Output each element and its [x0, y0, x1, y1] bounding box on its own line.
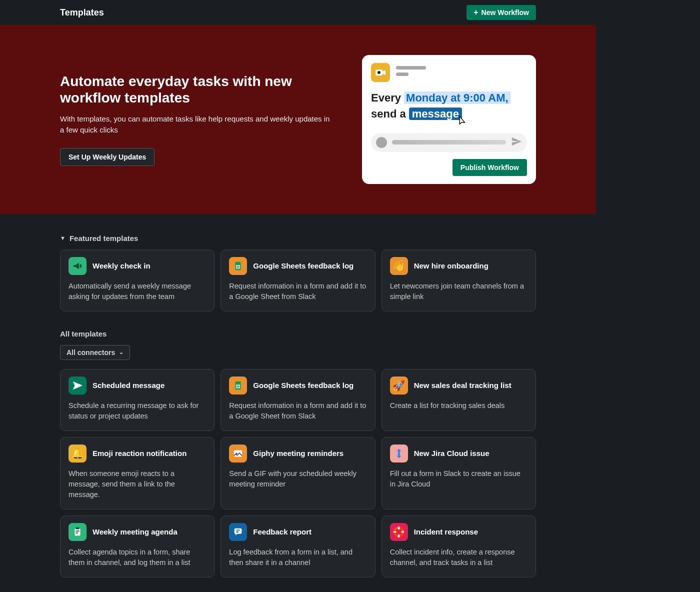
card-title: Scheduled message [92, 381, 164, 390]
template-card[interactable]: New Jira Cloud issueFill out a form in S… [382, 437, 536, 510]
card-title: Incident response [414, 528, 478, 536]
template-card[interactable]: Scheduled messageSchedule a recurring me… [60, 369, 214, 431]
hero-card-time: Monday at 9:00 AM, [404, 92, 510, 104]
card-title: Weekly check in [92, 262, 150, 270]
hero-card-send-a: send a [371, 108, 409, 120]
card-description: Create a list for tracking sales deals [390, 400, 528, 411]
camera-icon [371, 63, 390, 82]
chevron-down-icon: ⌄ [119, 349, 124, 356]
hero-card-every: Every [371, 92, 404, 104]
cursor-icon [456, 115, 467, 131]
paperplane-icon [68, 376, 86, 394]
hero-workflow-preview: Every Monday at 9:00 AM, send a message … [362, 55, 536, 184]
featured-heading: Featured templates [70, 234, 138, 242]
featured-template-card[interactable]: Weekly check inAutomatically send a week… [60, 250, 214, 312]
card-description: When someone emoji reacts to a message, … [68, 468, 206, 500]
card-description: Request information in a form and add it… [229, 281, 366, 302]
featured-template-card[interactable]: 👋New hire onboardingLet newcomers join t… [382, 250, 536, 312]
card-description: Collect agenda topics in a form, share t… [68, 547, 206, 568]
card-title: Weekly meeting agenda [92, 528, 178, 536]
featured-template-card[interactable]: Google Sheets feedback logRequest inform… [220, 250, 375, 312]
rocket-icon: 🚀 [390, 376, 408, 394]
gif-icon [229, 444, 247, 462]
send-icon [511, 136, 522, 149]
caret-down-icon: ▼ [60, 235, 66, 241]
hero-banner: Automate everyday tasks with new workflo… [0, 25, 596, 214]
speech-bubble-icon [376, 137, 387, 148]
svg-rect-10 [234, 528, 242, 534]
jira-icon [390, 444, 408, 462]
page-title: Templates [60, 8, 104, 18]
card-description: Fill out a form in Slack to create an is… [390, 468, 528, 490]
bell-icon: 🔔 [68, 444, 86, 462]
card-title: New sales deal tracking list [414, 381, 512, 390]
plus-icon: + [474, 8, 478, 16]
template-card[interactable]: 🔔Emoji reaction notificationWhen someone… [60, 437, 214, 510]
clipboard-icon [68, 523, 86, 541]
wave-icon: 👋 [390, 257, 408, 275]
card-title: Google Sheets feedback log [253, 262, 354, 270]
card-description: Let newcomers join team channels from a … [390, 281, 528, 302]
card-description: Send a GIF with your scheduled weekly me… [229, 468, 366, 490]
card-title: Google Sheets feedback log [253, 381, 354, 390]
setup-weekly-updates-button[interactable]: Set Up Weekly Updates [60, 148, 154, 166]
hero-card-message-pill: message [409, 108, 462, 120]
all-templates-heading: All templates [60, 330, 536, 338]
hero-heading: Automate everyday tasks with new workflo… [60, 73, 337, 106]
template-card[interactable]: Feedback reportLog feedback from a form … [220, 516, 375, 578]
svg-rect-9 [76, 528, 79, 530]
sheets-icon [229, 257, 247, 275]
hero-input-placeholder [371, 133, 527, 152]
template-card[interactable]: 🛟Incident responseCollect incident info,… [382, 516, 536, 578]
template-card[interactable]: Giphy meeting remindersSend a GIF with y… [220, 437, 375, 510]
new-workflow-label: New Workflow [482, 8, 529, 16]
lifering-icon: 🛟 [390, 523, 408, 541]
skeleton-lines [396, 66, 527, 79]
sheets-icon [229, 376, 247, 394]
hero-subheading: With templates, you can automate tasks l… [60, 114, 335, 136]
card-description: Automatically send a weekly message aski… [68, 281, 206, 302]
featured-section-toggle[interactable]: ▼ Featured templates [60, 234, 536, 242]
new-workflow-button[interactable]: + New Workflow [466, 5, 536, 20]
template-card[interactable]: Weekly meeting agendaCollect agenda topi… [60, 516, 214, 578]
card-title: New hire onboarding [414, 262, 488, 270]
template-card[interactable]: Google Sheets feedback logRequest inform… [220, 369, 375, 431]
connectors-filter-label: All connectors [66, 348, 115, 356]
card-description: Schedule a recurring message to ask for … [68, 400, 206, 422]
megaphone-icon [68, 257, 86, 275]
card-description: Request information in a form and add it… [229, 400, 366, 422]
svg-rect-6 [234, 450, 242, 456]
card-description: Log feedback from a form in a list, and … [229, 547, 366, 568]
connectors-filter-button[interactable]: All connectors ⌄ [60, 345, 130, 360]
svg-point-1 [378, 71, 380, 74]
feedback-icon [229, 523, 247, 541]
card-description: Collect incident info, create a response… [390, 547, 528, 568]
publish-workflow-button[interactable]: Publish Workflow [452, 159, 527, 176]
template-card[interactable]: 🚀New sales deal tracking listCreate a li… [382, 369, 536, 431]
card-title: New Jira Cloud issue [414, 449, 490, 458]
card-title: Emoji reaction notification [92, 449, 186, 458]
card-title: Feedback report [253, 528, 312, 536]
card-title: Giphy meeting reminders [253, 449, 344, 458]
svg-rect-8 [75, 528, 80, 536]
